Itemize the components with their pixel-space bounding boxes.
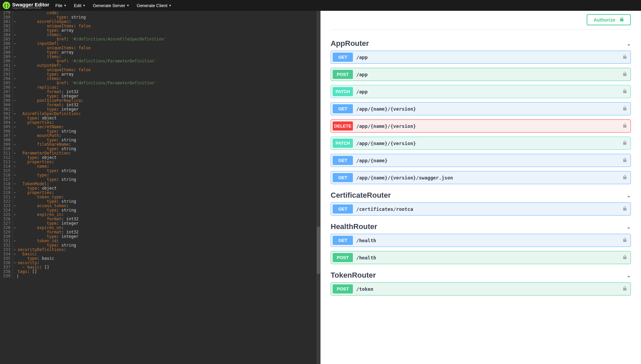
fold-toggle[interactable]: ▾ [13,125,17,129]
code-line[interactable]: type: string [18,169,320,173]
unlock-icon[interactable] [622,158,627,163]
code-line[interactable]: type: string [18,177,320,182]
operation-row[interactable]: PATCH/app [331,85,631,98]
operation-row[interactable]: DELETE/app/{name}/{version} [331,119,631,133]
logo[interactable]: { } Swagger Editor Supported by SMARTBEA… [3,2,49,9]
fold-toggle[interactable]: ▾ [13,33,17,37]
operation-row[interactable]: PATCH/app/{name}/{version} [331,137,631,150]
code-line[interactable]: type: object [18,116,320,120]
fold-toggle[interactable]: ▾ [13,99,17,103]
fold-toggle[interactable]: ▾ [13,195,17,199]
fold-toggle[interactable]: ▾ [13,213,17,217]
fold-toggle[interactable]: ▾ [13,239,17,243]
code-line[interactable]: tags: [] [18,270,320,274]
fold-toggle[interactable]: ▾ [13,173,17,177]
code-line[interactable]: TokenModel: [18,182,320,186]
lock-icon [619,17,624,23]
code-line[interactable]: type: string [18,129,320,134]
editor-scrollbar-thumb[interactable] [317,227,320,274]
fold-toggle[interactable]: ▾ [13,134,17,138]
unlock-icon[interactable] [622,237,627,243]
fold-toggle[interactable]: ▾ [13,112,17,116]
fold-toggle[interactable]: ▾ [13,142,17,147]
fold-toggle [13,199,17,204]
fold-toggle[interactable]: ▾ [13,204,17,208]
tag-header-approuter[interactable]: AppRouter⌄ [331,36,631,51]
code-line[interactable]: security: [18,261,320,265]
fold-toggle[interactable]: ▾ [13,248,17,252]
code-line[interactable] [18,274,320,278]
authorize-button[interactable]: Authorize [587,14,631,25]
operation-row[interactable]: POST/token [331,282,631,296]
operation-row[interactable]: GET/app/{name}/{version} [331,102,631,115]
fold-toggle[interactable]: ▾ [13,20,17,24]
fold-toggle[interactable]: ▾ [13,191,17,195]
fold-toggle[interactable]: ▾ [13,55,17,59]
auth-row: Authorize [331,14,631,30]
operation-path: /app [356,72,622,77]
fold-toggle [13,68,17,72]
unlock-icon[interactable] [622,72,627,77]
fold-toggle[interactable]: ▾ [13,77,17,81]
code-line[interactable]: basic: [18,252,320,256]
operation-path: /app/{name}/{version} [356,106,622,112]
fold-toggle[interactable]: ▾ [13,160,17,164]
fold-toggle [13,217,17,221]
menu-item-file[interactable]: File▼ [55,3,66,8]
unlock-icon[interactable] [622,140,627,146]
editor-scrollbar[interactable] [316,11,320,364]
unlock-icon[interactable] [622,54,627,60]
operation-row[interactable]: GET/app [331,51,631,64]
fold-toggle[interactable]: ▾ [13,261,17,265]
code-line[interactable]: type: array [18,50,320,55]
fold-toggle [13,103,17,107]
fold-toggle[interactable]: ▾ [13,41,17,46]
unlock-icon[interactable] [622,106,627,112]
operation-row[interactable]: GET/certificates/rootca [331,202,631,216]
menu-item-generate-server[interactable]: Generate Server▼ [93,3,129,8]
operation-row[interactable]: GET/health [331,234,631,247]
operation-row[interactable]: POST/health [331,251,631,264]
fold-toggle[interactable]: ▾ [13,252,17,256]
code-line[interactable]: type: array [18,28,320,33]
code-line[interactable]: - basic: [] [18,265,320,270]
fold-toggle[interactable]: ▾ [13,151,17,156]
authorize-label: Authorize [593,17,615,23]
tag-header-certificaterouter[interactable]: CertificateRouter⌄ [331,188,631,202]
code-line[interactable]: $ref: '#/definitions/ParameterDefinition… [18,81,320,85]
unlock-icon[interactable] [622,175,627,180]
fold-toggle[interactable]: ▾ [13,226,17,230]
code-line[interactable]: properties: [18,160,320,164]
tag-header-healthrouter[interactable]: HealthRouter⌄ [331,220,631,234]
unlock-icon[interactable] [622,255,627,260]
chevron-down-icon: ⌄ [626,192,631,199]
code-line[interactable]: $ref: '#/definitions/ParameterDefinition… [18,59,320,63]
fold-toggle[interactable]: ▾ [13,120,17,125]
tag-header-tokenrouter[interactable]: TokenRouter⌄ [331,268,631,282]
code-line[interactable]: AzureFileSpecDefinition: [18,112,320,116]
tag-section: AppRouter⌄GET/appPOST/appPATCH/appGET/ap… [331,36,631,184]
fold-toggle[interactable]: ▾ [13,85,17,90]
fold-toggle[interactable]: ▾ [13,182,17,186]
menu-item-edit[interactable]: Edit▼ [74,3,85,8]
unlock-icon[interactable] [622,123,627,129]
unlock-icon[interactable] [622,286,627,292]
fold-toggle[interactable]: ▾ [13,164,17,169]
unlock-icon[interactable] [622,89,627,94]
code-line[interactable]: type: basic [18,256,320,261]
code-line[interactable]: type: object [18,186,320,191]
code-editor[interactable]: 2792802812822832842852862872882892902912… [0,11,320,364]
menu-item-generate-client[interactable]: Generate Client▼ [137,3,171,8]
code-line[interactable]: $ref: '#/definitions/AzureFileSpecDefini… [18,37,320,41]
code-line[interactable]: ParameterDefinition: [18,151,320,156]
operation-row[interactable]: GET/app/{name}/{version}/swagger.json [331,171,631,184]
unlock-icon[interactable] [622,206,627,212]
chevron-down-icon: ⌄ [626,272,631,279]
code-line[interactable]: type: integer [18,234,320,239]
code-line[interactable]: type: array [18,72,320,77]
operation-row[interactable]: GET/app/{name} [331,154,631,167]
code-line[interactable]: type: object [18,156,320,160]
code-line[interactable]: securityDefinitions: [18,248,320,252]
operation-row[interactable]: POST/app [331,68,631,81]
fold-toggle[interactable]: ▾ [13,63,17,68]
